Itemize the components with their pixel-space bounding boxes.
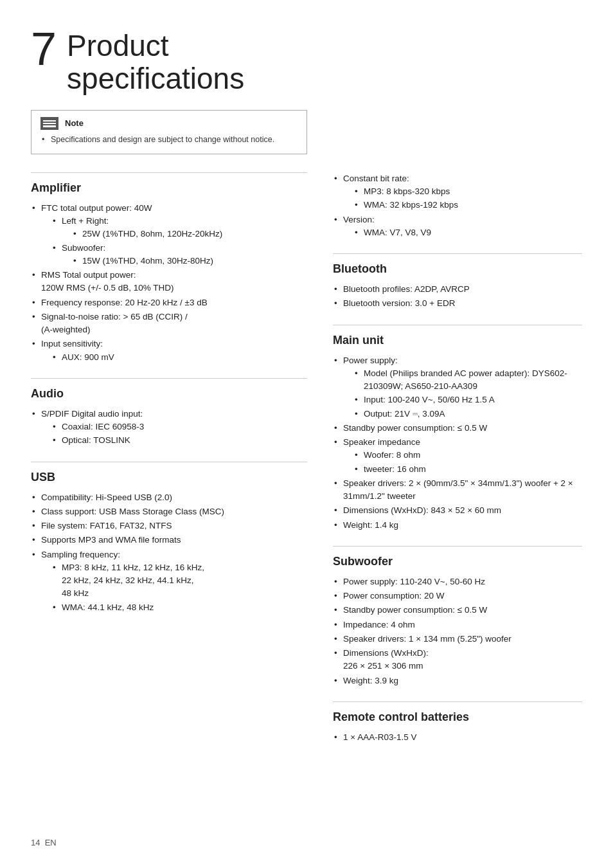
chapter-number: 7 [31, 26, 57, 72]
list-item: Dimensions (WxHxD):226 × 251 × 306 mm [333, 647, 582, 673]
page-lang: EN [45, 838, 57, 847]
list-item: Power supply: Model (Philips branded AC … [333, 354, 582, 420]
list-item: Dimensions (WxHxD): 843 × 52 × 60 mm [333, 504, 582, 517]
section-divider [333, 325, 582, 325]
list-item: Optical: TOSLINK [51, 434, 307, 447]
usb-title: USB [31, 469, 307, 486]
section-divider [333, 253, 582, 254]
list-item: FTC total output power: 40W Left + Right… [31, 202, 307, 267]
section-divider [31, 172, 307, 173]
chapter-title: Productspecifications [67, 26, 244, 95]
main-unit-list: Power supply: Model (Philips branded AC … [333, 354, 582, 532]
list-item: Woofer: 8 ohm [353, 449, 582, 462]
list-item: WMA: V7, V8, V9 [353, 226, 582, 239]
list-item: Constant bit rate: MP3: 8 kbps-320 kbps … [333, 172, 582, 212]
section-remote-control: Remote control batteries 1 × AAA-R03-1.5… [333, 701, 582, 744]
section-usb-continued: Constant bit rate: MP3: 8 kbps-320 kbps … [333, 172, 582, 239]
list-item: Power supply: 110-240 V~, 50-60 Hz [333, 575, 582, 588]
list-item: S/PDIF Digital audio input: Coaxial: IEC… [31, 408, 307, 448]
list-item: Standby power consumption: ≤ 0.5 W [333, 422, 582, 435]
list-item: 25W (1%THD, 8ohm, 120Hz-20kHz) [72, 228, 307, 240]
section-subwoofer: Subwoofer Power supply: 110-240 V~, 50-6… [333, 546, 582, 687]
list-item: Output: 21V ⎓, 3.09A [353, 408, 582, 420]
bluetooth-title: Bluetooth [333, 260, 582, 278]
section-divider [31, 378, 307, 379]
amplifier-title: Amplifier [31, 179, 307, 197]
list-item: Signal-to-noise ratio: > 65 dB (CCIR) /(… [31, 311, 307, 337]
list-item: MP3: 8 kHz, 11 kHz, 12 kHz, 16 kHz,22 kH… [51, 561, 307, 601]
list-item: RMS Total output power:120W RMS (+/- 0.5… [31, 269, 307, 295]
note-text: Specifications and design are subject to… [40, 134, 298, 146]
section-usb: USB Compatibility: Hi-Speed USB (2.0) Cl… [31, 462, 307, 614]
list-item: Speaker drivers: 2 × (90mm/3.5" × 34mm/1… [333, 477, 582, 503]
main-unit-title: Main unit [333, 332, 582, 349]
section-divider [31, 462, 307, 462]
section-amplifier: Amplifier FTC total output power: 40W Le… [31, 172, 307, 364]
list-item: Bluetooth profiles: A2DP, AVRCP [333, 283, 582, 296]
section-main-unit: Main unit Power supply: Model (Philips b… [333, 325, 582, 532]
audio-list: S/PDIF Digital audio input: Coaxial: IEC… [31, 408, 307, 448]
section-audio: Audio S/PDIF Digital audio input: Coaxia… [31, 378, 307, 448]
note-header: Note [40, 117, 298, 130]
note-label: Note [65, 117, 84, 130]
list-item: Standby power consumption: ≤ 0.5 W [333, 604, 582, 617]
list-item: File system: FAT16, FAT32, NTFS [31, 520, 307, 532]
list-item: Bluetooth version: 3.0 + EDR [333, 297, 582, 310]
list-item: Power consumption: 20 W [333, 590, 582, 602]
list-item: Input: 100-240 V~, 50/60 Hz 1.5 A [353, 393, 582, 406]
remote-control-list: 1 × AAA-R03-1.5 V [333, 731, 582, 744]
note-item: Specifications and design are subject to… [40, 134, 298, 146]
page-header: 7Productspecifications [31, 26, 582, 95]
note-box: Note Specifications and design are subje… [31, 110, 307, 154]
list-item: Compatibility: Hi-Speed USB (2.0) [31, 491, 307, 504]
list-item: Speaker impedance Woofer: 8 ohm tweeter:… [333, 436, 582, 476]
audio-title: Audio [31, 385, 307, 402]
list-item: tweeter: 16 ohm [353, 463, 582, 476]
section-divider [333, 701, 582, 702]
list-item: Class support: USB Mass Storage Class (M… [31, 505, 307, 518]
list-item: MP3: 8 kbps-320 kbps [353, 185, 582, 198]
page-number: 14 [31, 838, 40, 847]
section-bluetooth: Bluetooth Bluetooth profiles: A2DP, AVRC… [333, 253, 582, 311]
list-item: WMA: 32 kbps-192 kbps [353, 199, 582, 212]
bluetooth-list: Bluetooth profiles: A2DP, AVRCP Bluetoot… [333, 283, 582, 311]
subwoofer-title: Subwoofer [333, 553, 582, 570]
note-icon [40, 117, 58, 130]
list-item: AUX: 900 mV [51, 351, 307, 364]
list-item: WMA: 44.1 kHz, 48 kHz [51, 601, 307, 614]
list-item: 15W (1%THD, 4ohm, 30Hz-80Hz) [72, 255, 307, 267]
amplifier-list: FTC total output power: 40W Left + Right… [31, 202, 307, 364]
list-item: Left + Right: 25W (1%THD, 8ohm, 120Hz-20… [51, 215, 307, 241]
right-column: Constant bit rate: MP3: 8 kbps-320 kbps … [333, 172, 582, 758]
list-item: Subwoofer: 15W (1%THD, 4ohm, 30Hz-80Hz) [51, 242, 307, 268]
list-item: Version: WMA: V7, V8, V9 [333, 213, 582, 240]
list-item: Speaker drivers: 1 × 134 mm (5.25") woof… [333, 633, 582, 646]
list-item: Model (Philips branded AC power adapter)… [353, 367, 582, 393]
list-item: Input sensitivity: AUX: 900 mV [31, 338, 307, 364]
list-item: Sampling frequency: MP3: 8 kHz, 11 kHz, … [31, 548, 307, 614]
usb-continued-list: Constant bit rate: MP3: 8 kbps-320 kbps … [333, 172, 582, 239]
usb-list: Compatibility: Hi-Speed USB (2.0) Class … [31, 491, 307, 614]
list-item: Impedance: 4 ohm [333, 619, 582, 631]
page-footer: 14 EN [31, 836, 57, 849]
list-item: Frequency response: 20 Hz-20 kHz / ±3 dB [31, 296, 307, 309]
subwoofer-list: Power supply: 110-240 V~, 50-60 Hz Power… [333, 575, 582, 687]
list-item: Coaxial: IEC 60958-3 [51, 420, 307, 433]
list-item: Weight: 1.4 kg [333, 519, 582, 532]
left-column: Amplifier FTC total output power: 40W Le… [31, 172, 307, 758]
list-item: 1 × AAA-R03-1.5 V [333, 731, 582, 744]
two-column-layout: Amplifier FTC total output power: 40W Le… [31, 172, 582, 758]
section-divider [333, 546, 582, 547]
list-item: Supports MP3 and WMA file formats [31, 534, 307, 547]
list-item: Weight: 3.9 kg [333, 674, 582, 687]
remote-control-title: Remote control batteries [333, 709, 582, 726]
